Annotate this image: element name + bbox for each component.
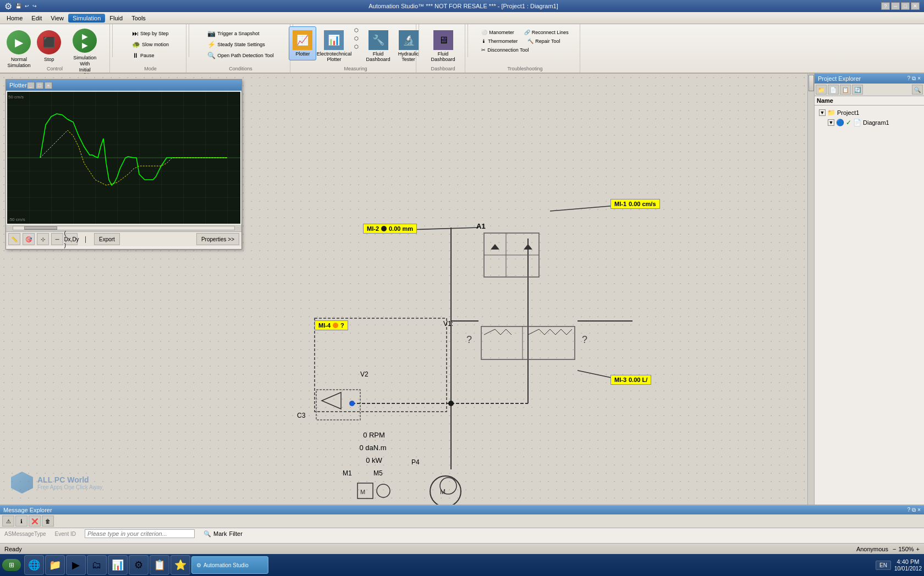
stop-btn[interactable]: ⬛ Stop [35, 26, 64, 67]
tree-project1[interactable]: ▼ 📁 Project1 [817, 108, 922, 118]
pe-close-btn[interactable]: × [917, 75, 921, 82]
plotter-btn[interactable]: 📈 Plotter [289, 26, 316, 60]
thermometer-btn[interactable]: 🌡 Thermometer [479, 37, 520, 45]
plotter-properties-btn[interactable]: Properties >> [196, 233, 239, 245]
slow-motion-btn[interactable]: 🐢 Slow motion [129, 40, 172, 49]
taskbar-ppt-btn[interactable]: 📋 [150, 555, 169, 575]
zoom-control[interactable]: − 150% + [893, 546, 920, 552]
pe-tool-2[interactable]: 📄 [828, 85, 839, 95]
plotter-tool-4[interactable]: ─ [51, 233, 63, 245]
menu-tools[interactable]: Tools [127, 14, 150, 23]
minimize-btn[interactable]: ─ [891, 2, 900, 10]
me-mark-btn[interactable]: Mark [213, 530, 227, 537]
plotter-tool-2[interactable]: 🎯 [23, 233, 35, 245]
quick-access-btn[interactable]: 💾 [15, 3, 21, 9]
menu-home[interactable]: Home [2, 14, 27, 23]
h-scroll-track[interactable] [13, 226, 235, 230]
svg-marker-29 [322, 392, 341, 409]
disconnection-label: Disconnection Tool [487, 47, 529, 53]
me-detach-btn[interactable]: ⧉ [912, 507, 916, 513]
pe-search-btn[interactable]: 🔍 [912, 85, 923, 95]
me-tool-1[interactable]: ⚠ [2, 516, 14, 527]
menu-fluid[interactable]: Fluid [105, 14, 127, 23]
scroll-thumb[interactable] [809, 75, 814, 91]
mi2-label: MI-2 [367, 225, 379, 232]
v-scrollbar-right[interactable] [807, 74, 814, 505]
me-help-btn[interactable]: ? [908, 507, 911, 513]
sim-ic-btn[interactable]: ▶▶ Simulation WithInitial Conditions [65, 26, 105, 81]
pause-btn[interactable]: ⏸ Pause [129, 51, 172, 60]
start-button[interactable]: ⊞ [2, 559, 21, 571]
zoom-out-btn[interactable]: − [893, 546, 896, 552]
taskbar-media-btn[interactable]: ▶ [66, 555, 86, 575]
plotter-coords-btn[interactable]: ( Dx,Dy ) [65, 233, 78, 245]
fluid-dashboard-btn[interactable]: 🔧 FluidDashboard [362, 26, 393, 66]
plotter-tool-3[interactable]: ⊹ [37, 233, 49, 245]
dashboard-btn[interactable]: 🖥 FluidDashboard [427, 26, 458, 66]
open-path-btn[interactable]: 🔍 Open Path Detection Tool [205, 51, 276, 60]
tree-diagram1[interactable]: ▼ 🔵 ✓ 📄 Diagram1 [817, 118, 922, 128]
me-tool-2[interactable]: ℹ [15, 516, 28, 527]
manometer-btn[interactable]: ⚪ Manometer [479, 29, 517, 36]
pe-tool-4[interactable]: 🔄 [852, 85, 863, 95]
btn-sm-2[interactable]: ⬡ [351, 35, 361, 42]
tree-expand-diagram[interactable]: ▼ [828, 119, 834, 126]
trigger-snapshot-btn[interactable]: 📷 Trigger a Snapshot [205, 29, 276, 38]
repair-tool-btn[interactable]: 🔨 Repair Tool [525, 37, 563, 45]
h-scroll-thumb[interactable] [24, 226, 57, 230]
menu-bar: Home Edit View Simulation Fluid Tools [0, 12, 924, 24]
hydraulic-tester-btn[interactable]: 🔬 HydraulicTester [395, 26, 422, 66]
pe-detach-btn[interactable]: ⧉ [912, 75, 916, 82]
zoom-in-btn[interactable]: + [916, 546, 920, 552]
taskbar-star-btn[interactable]: ⭐ [170, 555, 190, 575]
me-tool-4[interactable]: 🗑 [42, 516, 54, 527]
help-btn[interactable]: ? [881, 2, 890, 10]
plotter-chart[interactable]: 50 cm/s -50 cm/s 0 2.5 5 7.5 10 [7, 92, 240, 224]
canvas-area[interactable]: Plotter _ □ × [0, 74, 814, 505]
project-explorer-toolbar: 📁 📄 📋 🔄 🔍 [815, 84, 924, 96]
taskbar-folder-btn[interactable]: 📁 [45, 555, 65, 575]
taskbar-files-btn[interactable]: 🗂 [87, 555, 107, 575]
svg-line-16 [550, 206, 616, 211]
h-scrollbar[interactable] [6, 225, 241, 231]
taskbar-lang-btn[interactable]: EN [876, 561, 891, 570]
step-by-step-btn[interactable]: ⏭ Step by Step [129, 29, 172, 38]
troubleshooting-buttons: ⚪ Manometer 🔗 Reconnect Lines 🌡 Thermome… [479, 26, 571, 63]
menu-view[interactable]: View [46, 14, 68, 23]
mode-buttons: ⏭ Step by Step 🐢 Slow motion ⏸ Pause [129, 26, 172, 69]
me-search-input[interactable] [85, 529, 195, 538]
stop-label: Stop [44, 57, 54, 63]
m5-label: M5 [373, 469, 383, 477]
v1-label: V1: [443, 320, 453, 328]
taskbar-app-btn[interactable]: 📊 [108, 555, 128, 575]
tree-expand-project[interactable]: ▼ [819, 109, 826, 116]
plotter-export-btn[interactable]: Export [94, 233, 120, 245]
plotter-restore-btn[interactable]: □ [36, 82, 43, 89]
me-tool-3[interactable]: ❌ [29, 516, 41, 527]
me-filter-btn[interactable]: Filter [229, 530, 242, 537]
menu-edit[interactable]: Edit [27, 14, 46, 23]
disconnection-tool-btn[interactable]: ✂ Disconnection Tool [479, 46, 571, 54]
pe-tool-1[interactable]: 📁 [816, 85, 827, 95]
message-explorer-content: ASMessageType Event ID 🔍 Mark Filter [0, 528, 924, 539]
taskbar-gear-btn[interactable]: ⚙ [129, 555, 148, 575]
taskbar-ie-btn[interactable]: 🌐 [24, 555, 44, 575]
pe-help-btn[interactable]: ? [908, 75, 911, 82]
maximize-btn[interactable]: □ [901, 2, 910, 10]
plotter-close-btn[interactable]: × [45, 82, 52, 89]
pe-tool-3[interactable]: 📋 [840, 85, 851, 95]
me-close-btn[interactable]: × [917, 507, 921, 513]
svg-text:M: M [360, 489, 365, 495]
plotter-min-btn[interactable]: _ [27, 82, 35, 89]
btn-sm-3[interactable]: ⬡ [351, 43, 361, 51]
reconnect-lines-btn[interactable]: 🔗 Reconnect Lines [521, 29, 571, 36]
plotter-tool-1[interactable]: 📏 [8, 233, 20, 245]
electrotechnical-plotter-btn[interactable]: 📊 ElectrotechnicalPlotter [317, 26, 350, 66]
undo-btn[interactable]: ↩ [25, 3, 29, 9]
close-btn[interactable]: ✕ [911, 2, 920, 10]
menu-simulation[interactable]: Simulation [68, 14, 105, 23]
redo-btn[interactable]: ↪ [32, 3, 37, 9]
taskbar-active-app[interactable]: ⚙ Automation Studio [191, 556, 268, 574]
steady-state-btn[interactable]: ⚡ Steady State Settings [205, 40, 276, 49]
btn-sm-1[interactable]: ⬡ [351, 26, 361, 34]
